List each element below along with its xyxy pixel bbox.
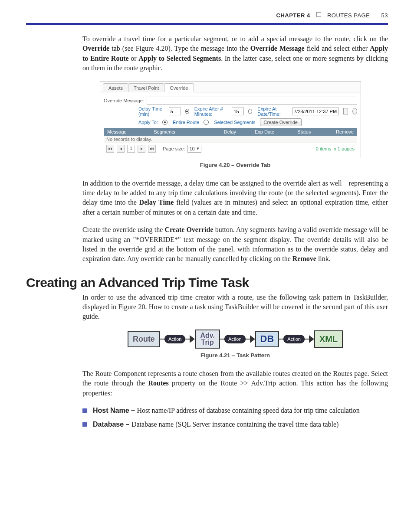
running-head: CHAPTER 4 ROUTES PAGE 53	[26, 12, 388, 21]
block-adv-trip: Adv. Trip	[195, 330, 220, 349]
apply-to-label: Apply To:	[138, 120, 158, 125]
pager: ⏮ ◂ 1 ▸ ⏭ Page size: 10 ▾ 0 items in 1 p…	[104, 143, 357, 154]
col-message: Message	[104, 128, 150, 136]
override-message-input[interactable]	[147, 97, 357, 104]
page-size-label: Page size:	[163, 146, 185, 151]
grid-empty-text: No records to display.	[104, 136, 357, 143]
page-number: 53	[381, 12, 388, 19]
radio-entire-route[interactable]	[162, 120, 168, 125]
bullet-icon	[82, 422, 87, 427]
radio-expire-minutes[interactable]	[185, 109, 189, 114]
tab-travel-point[interactable]: Travel Point	[128, 83, 164, 92]
chapter-label: CHAPTER 4	[276, 12, 310, 19]
intro-paragraph: To override a travel time for a particul…	[82, 34, 388, 73]
delay-paragraph: In addition to the override message, a d…	[82, 179, 388, 218]
properties-list: Host Name – Host name/IP address of data…	[82, 406, 388, 430]
tabs: Assets Travel Point Override	[100, 82, 361, 92]
pill-action-3: Action	[283, 335, 305, 343]
pager-first-icon[interactable]: ⏮	[106, 145, 114, 153]
list-item: Host Name – Host name/IP address of data…	[82, 406, 388, 415]
section-heading: Creating an Advanced Trip Time Task	[26, 275, 388, 290]
figure-override-tab: Assets Travel Point Override Override Me…	[100, 81, 388, 158]
col-remove: Remove	[332, 128, 357, 136]
col-segments: Segments	[150, 128, 209, 136]
prop-label: Database –	[93, 421, 131, 428]
connector	[220, 339, 224, 339]
pill-action-2: Action	[224, 335, 246, 343]
block-route: Route	[128, 331, 160, 347]
prop-label: Host Name –	[93, 407, 137, 414]
expire-minutes-label: Expire After # Minutes:	[194, 106, 228, 117]
arrow-icon	[190, 335, 195, 343]
pager-last-icon[interactable]: ⏭	[148, 145, 156, 153]
chevron-down-icon: ▾	[197, 146, 199, 151]
page-size-select[interactable]: 10 ▾	[187, 145, 201, 153]
entire-route-label: Entire Route	[173, 120, 199, 125]
square-glyph-icon	[316, 12, 321, 17]
delay-time-label: Delay Time (min):	[138, 106, 164, 117]
connector	[279, 339, 283, 339]
radio-selected-segments[interactable]	[204, 120, 209, 125]
header-rule	[26, 23, 388, 25]
arrow-icon	[309, 335, 314, 343]
figure-21-caption: Figure 4.21 – Task Pattern	[82, 352, 388, 359]
create-override-button[interactable]: Create Override	[260, 118, 302, 126]
block-db: DB	[255, 331, 279, 347]
pager-prev-icon[interactable]: ◂	[117, 145, 125, 153]
selected-segments-label: Selected Segments	[214, 120, 255, 125]
prop-text: Database name (SQL Server instance conta…	[131, 421, 338, 428]
pill-action-1: Action	[164, 335, 186, 343]
list-item: Database – Database name (SQL Server ins…	[82, 420, 388, 429]
expire-datetime-label: Expire At Date/Time:	[257, 106, 288, 117]
col-delay: Delay	[209, 128, 251, 136]
calendar-icon[interactable]	[343, 108, 348, 114]
figure-task-pattern: Route Action Adv. Trip Action DB Action …	[82, 330, 388, 349]
override-grid-header: Message Segments Delay Exp Date Status R…	[104, 128, 357, 136]
expire-datetime-input[interactable]	[292, 108, 339, 115]
col-expdate: Exp Date	[251, 128, 294, 136]
connector	[305, 339, 309, 339]
block-xml: XML	[314, 330, 343, 348]
create-paragraph: Create the override using the Create Ove…	[82, 225, 388, 264]
figure-20-caption: Figure 4.20 – Override Tab	[82, 162, 388, 168]
clock-icon[interactable]	[352, 108, 357, 114]
radio-expire-datetime[interactable]	[248, 109, 252, 114]
delay-time-input[interactable]	[169, 108, 181, 115]
connector	[246, 339, 250, 339]
connector	[160, 339, 164, 339]
pager-summary: 0 items in 1 pages	[316, 146, 355, 151]
route-component-paragraph: The Route Component represents a route c…	[82, 369, 388, 398]
advanced-intro-paragraph: In order to use the advanced trip time c…	[82, 293, 388, 322]
prop-text: Host name/IP address of database contain…	[137, 407, 359, 414]
pager-next-icon[interactable]: ▸	[138, 145, 145, 153]
tab-assets[interactable]: Assets	[103, 83, 128, 92]
expire-minutes-input[interactable]	[232, 108, 244, 115]
col-status: Status	[294, 128, 332, 136]
override-message-label: Override Message:	[104, 98, 144, 103]
connector	[185, 339, 190, 339]
pager-current[interactable]: 1	[127, 145, 135, 153]
tab-override[interactable]: Override	[164, 83, 194, 92]
chapter-title: ROUTES PAGE	[327, 12, 370, 19]
bullet-icon	[82, 408, 87, 413]
arrow-icon	[250, 335, 255, 343]
